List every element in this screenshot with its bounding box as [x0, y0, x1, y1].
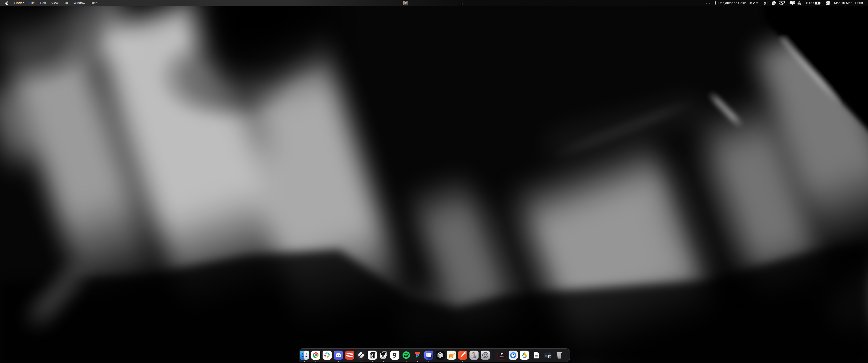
svg-text:raycast: raycast: [500, 356, 504, 357]
svg-text:10: 10: [381, 355, 384, 358]
svg-text:11: 11: [549, 356, 550, 357]
